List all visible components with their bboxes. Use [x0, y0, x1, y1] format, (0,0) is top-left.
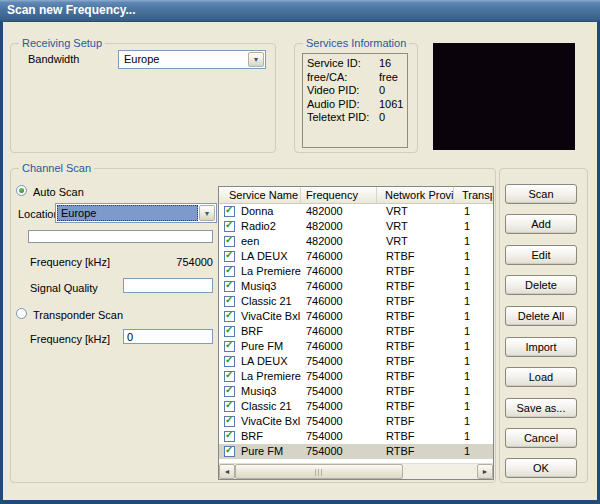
signal-quality-label: Signal Quality: [30, 282, 98, 294]
service-name-text: La Premiere: [241, 264, 301, 279]
delete-all-button[interactable]: Delete All: [505, 306, 577, 326]
service-name-text: Pure FM: [241, 444, 283, 459]
network-provider-cell: RTBF: [377, 339, 454, 354]
transponder-cell: 1: [454, 219, 493, 234]
table-row[interactable]: ✓La Premiere754000RTBF1: [219, 369, 493, 384]
table-row[interactable]: ✓Pure FM754000RTBF1: [219, 444, 493, 459]
transponder-cell: 1: [454, 234, 493, 249]
table-row[interactable]: ✓BRF746000RTBF1: [219, 324, 493, 339]
scroll-left-icon[interactable]: ◄: [219, 464, 235, 479]
service-name-text: LA DEUX: [241, 249, 287, 264]
add-button[interactable]: Add: [505, 214, 577, 234]
service-info-value: 0: [379, 111, 385, 125]
checkmark-icon: ✓: [225, 339, 233, 350]
service-name-cell: ✓Pure FM: [219, 444, 301, 459]
cancel-button[interactable]: Cancel: [505, 428, 577, 448]
checkmark-icon: ✓: [225, 204, 233, 215]
location-dropdown-arrow-icon[interactable]: ▼: [199, 205, 215, 221]
transponder-scan-radio[interactable]: [16, 308, 27, 319]
service-info-row: free/CA:free: [303, 71, 407, 85]
row-checkbox[interactable]: ✓: [224, 251, 235, 262]
frequency-cell: 754000: [301, 444, 377, 459]
table-row[interactable]: ✓Classic 21754000RTBF1: [219, 399, 493, 414]
row-checkbox[interactable]: ✓: [224, 386, 235, 397]
service-name-text: Pure FM: [241, 339, 283, 354]
transponder-cell: 1: [454, 309, 493, 324]
bandwidth-combobox[interactable]: Europe ▼: [118, 50, 266, 69]
table-row[interactable]: ✓Classic 21746000RTBF1: [219, 294, 493, 309]
row-checkbox[interactable]: ✓: [224, 401, 235, 412]
table-row[interactable]: ✓LA DEUX746000RTBF1: [219, 249, 493, 264]
service-name-cell: ✓Musiq3: [219, 279, 301, 294]
row-checkbox[interactable]: ✓: [224, 446, 235, 457]
frequency-cell: 746000: [301, 264, 377, 279]
table-row[interactable]: ✓Musiq3754000RTBF1: [219, 384, 493, 399]
transponder-cell: 1: [454, 369, 493, 384]
channel-scan-title: Channel Scan: [19, 162, 94, 174]
table-row[interactable]: ✓Donna482000VRT1: [219, 204, 493, 219]
table-row[interactable]: ✓een482000VRT1: [219, 234, 493, 249]
table-row[interactable]: ✓Radio2482000VRT1: [219, 219, 493, 234]
transponder-cell: 1: [454, 294, 493, 309]
load-button[interactable]: Load: [505, 367, 577, 387]
receiving-setup-title: Receiving Setup: [19, 37, 105, 49]
column-header-network-provider[interactable]: Network Provider: [377, 187, 454, 203]
service-list-header: Service Name Frequency Network Provider …: [219, 187, 493, 204]
scrollbar-thumb[interactable]: [235, 464, 403, 479]
ok-button[interactable]: OK: [505, 458, 577, 478]
horizontal-scrollbar[interactable]: ◄ ►: [219, 463, 493, 479]
row-checkbox[interactable]: ✓: [224, 206, 235, 217]
service-info-value: free: [379, 71, 398, 85]
row-checkbox[interactable]: ✓: [224, 431, 235, 442]
service-list-body: ✓Donna482000VRT1✓Radio2482000VRT1✓een482…: [219, 204, 493, 462]
service-info-label: free/CA:: [307, 71, 347, 83]
row-checkbox[interactable]: ✓: [224, 236, 235, 247]
signal-quality-input[interactable]: [123, 278, 213, 293]
service-name-cell: ✓Radio2: [219, 219, 301, 234]
service-name-text: La Premiere: [241, 369, 301, 384]
video-preview: [433, 43, 575, 150]
row-checkbox[interactable]: ✓: [224, 266, 235, 277]
table-row[interactable]: ✓VivaCite Bxl746000RTBF1: [219, 309, 493, 324]
service-name-cell: ✓Classic 21: [219, 294, 301, 309]
transponder-frequency-input[interactable]: [123, 329, 213, 344]
table-row[interactable]: ✓Pure FM746000RTBF1: [219, 339, 493, 354]
import-button[interactable]: Import: [505, 337, 577, 357]
delete-button[interactable]: Delete: [505, 275, 577, 295]
window-title-bar[interactable]: Scan new Frequency...: [0, 0, 600, 22]
transponder-scan-label: Transponder Scan: [33, 309, 123, 321]
location-combobox-value: Europe: [57, 205, 198, 221]
row-checkbox[interactable]: ✓: [224, 371, 235, 382]
column-header-frequency[interactable]: Frequency: [301, 187, 377, 203]
scroll-right-icon[interactable]: ►: [477, 464, 493, 479]
bandwidth-dropdown-arrow-icon[interactable]: ▼: [248, 52, 264, 67]
row-checkbox[interactable]: ✓: [224, 356, 235, 367]
table-row[interactable]: ✓La Premiere746000RTBF1: [219, 264, 493, 279]
row-checkbox[interactable]: ✓: [224, 221, 235, 232]
row-checkbox[interactable]: ✓: [224, 416, 235, 427]
frequency-cell: 754000: [301, 384, 377, 399]
network-provider-cell: RTBF: [377, 384, 454, 399]
table-row[interactable]: ✓LA DEUX754000RTBF1: [219, 354, 493, 369]
service-name-cell: ✓Musiq3: [219, 384, 301, 399]
row-checkbox[interactable]: ✓: [224, 326, 235, 337]
service-name-cell: ✓een: [219, 234, 301, 249]
table-row[interactable]: ✓Musiq3746000RTBF1: [219, 279, 493, 294]
row-checkbox[interactable]: ✓: [224, 311, 235, 322]
edit-button[interactable]: Edit: [505, 245, 577, 265]
save-as-button[interactable]: Save as...: [505, 398, 577, 418]
services-information-panel: Service ID:16free/CA:freeVideo PID:0Audi…: [302, 53, 408, 148]
column-header-transponder[interactable]: Transpo: [454, 187, 493, 203]
table-row[interactable]: ✓VivaCite Bxl754000RTBF1: [219, 414, 493, 429]
service-info-label: Teletext PID:: [307, 111, 369, 123]
row-checkbox[interactable]: ✓: [224, 281, 235, 292]
row-checkbox[interactable]: ✓: [224, 341, 235, 352]
frequency-value: 754000: [130, 256, 213, 268]
location-combobox[interactable]: Europe ▼: [55, 203, 217, 223]
column-header-service-name[interactable]: Service Name: [219, 187, 301, 203]
auto-scan-radio[interactable]: [16, 185, 27, 196]
service-name-cell: ✓VivaCite Bxl: [219, 309, 301, 324]
scan-button[interactable]: Scan: [505, 184, 577, 204]
row-checkbox[interactable]: ✓: [224, 296, 235, 307]
table-row[interactable]: ✓BRF754000RTBF1: [219, 429, 493, 444]
